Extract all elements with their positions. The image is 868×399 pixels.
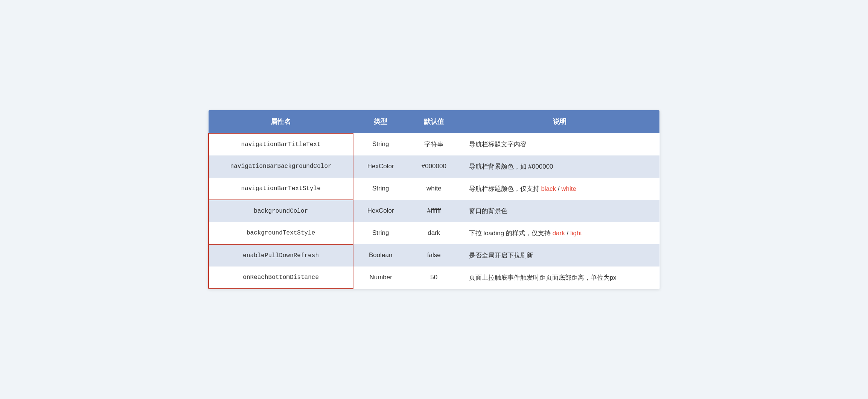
red-value-1: black: [541, 185, 556, 192]
properties-table: 属性名 类型 默认值 说明 navigationBarTitleTextStri…: [208, 110, 660, 289]
cell-default: white: [408, 178, 460, 200]
cell-description: 窗口的背景色: [460, 200, 659, 222]
cell-name: enablePullDownRefresh: [209, 244, 353, 267]
header-type: 类型: [353, 110, 408, 133]
table-header-row: 属性名 类型 默认值 说明: [209, 110, 659, 133]
cell-default: false: [408, 244, 460, 267]
cell-name: onReachBottomDistance: [209, 267, 353, 289]
cell-name: navigationBarTitleText: [209, 133, 353, 155]
header-default: 默认值: [408, 110, 460, 133]
table-row: navigationBarBackgroundColorHexColor#000…: [209, 155, 659, 178]
table-row: navigationBarTitleTextString字符串导航栏标题文字内容: [209, 133, 659, 155]
cell-name: backgroundTextStyle: [209, 222, 353, 244]
header-name: 属性名: [209, 110, 353, 133]
cell-type: Boolean: [353, 244, 408, 267]
red-value-2: light: [570, 230, 582, 237]
cell-name: backgroundColor: [209, 200, 353, 222]
table-row: navigationBarTextStyleStringwhite导航栏标题颜色…: [209, 178, 659, 200]
table-row: backgroundColorHexColor#ffffff窗口的背景色: [209, 200, 659, 222]
cell-default: 50: [408, 267, 460, 289]
cell-description: 是否全局开启下拉刷新: [460, 244, 659, 267]
table-row: backgroundTextStyleStringdark下拉 loading …: [209, 222, 659, 244]
cell-description: 导航栏标题颜色，仅支持 black / white: [460, 178, 659, 200]
cell-description: 页面上拉触底事件触发时距页面底部距离，单位为px: [460, 267, 659, 289]
cell-type: HexColor: [353, 155, 408, 178]
cell-type: Number: [353, 267, 408, 289]
cell-description: 下拉 loading 的样式，仅支持 dark / light: [460, 222, 659, 244]
cell-default: dark: [408, 222, 460, 244]
cell-default: #000000: [408, 155, 460, 178]
cell-default: 字符串: [408, 133, 460, 155]
cell-default: #ffffff: [408, 200, 460, 222]
cell-type: String: [353, 222, 408, 244]
cell-name: navigationBarTextStyle: [209, 178, 353, 200]
cell-description: 导航栏背景颜色，如 #000000: [460, 155, 659, 178]
red-value-1: dark: [553, 230, 565, 237]
table-row: enablePullDownRefreshBooleanfalse是否全局开启下…: [209, 244, 659, 267]
cell-name: navigationBarBackgroundColor: [209, 155, 353, 178]
cell-type: HexColor: [353, 200, 408, 222]
cell-type: String: [353, 178, 408, 200]
red-value-2: white: [561, 185, 576, 192]
cell-description: 导航栏标题文字内容: [460, 133, 659, 155]
header-description: 说明: [460, 110, 659, 133]
cell-type: String: [353, 133, 408, 155]
table-row: onReachBottomDistanceNumber50页面上拉触底事件触发时…: [209, 267, 659, 289]
